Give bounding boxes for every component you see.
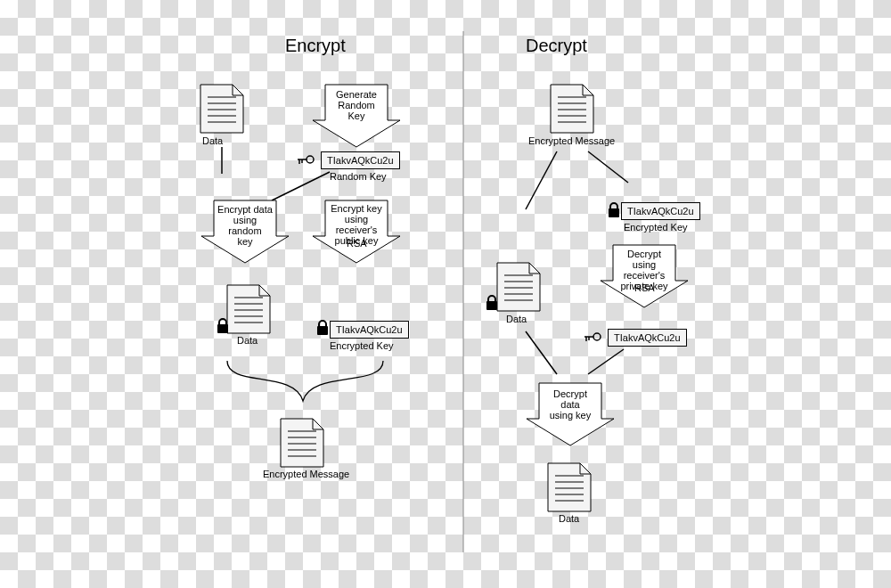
svg-line-13: [526, 151, 557, 209]
arrow-encrypt-key: [313, 200, 400, 263]
file-icon: [227, 285, 270, 333]
svg-line-14: [588, 151, 628, 183]
lock-icon: [217, 319, 228, 333]
random-key-box: TIakvAQkCu2u: [321, 151, 400, 169]
arrow-encrypt-data: [201, 200, 289, 263]
svg-line-16: [588, 349, 624, 374]
key-icon: [584, 333, 601, 341]
file-icon: [548, 463, 591, 511]
dec-random-key-box: TIakvAQkCu2u: [608, 329, 687, 347]
brace: [227, 361, 383, 401]
lock-icon: [317, 321, 328, 335]
key-icon: [298, 156, 314, 164]
file-icon: [200, 85, 243, 133]
arrow-generate-key: [313, 85, 400, 147]
lock-icon: [486, 296, 497, 310]
svg-line-15: [526, 331, 557, 374]
svg-line-12: [272, 172, 330, 200]
arrow-decrypt-key: [601, 245, 688, 307]
arrow-decrypt-data: [527, 383, 614, 445]
lock-icon: [609, 203, 619, 217]
file-icon: [551, 85, 593, 133]
dec-enc-key-box: TIakvAQkCu2u: [621, 202, 700, 220]
file-icon: [497, 263, 540, 311]
encrypted-key-box: TIakvAQkCu2u: [330, 321, 409, 339]
file-icon: [281, 419, 323, 467]
